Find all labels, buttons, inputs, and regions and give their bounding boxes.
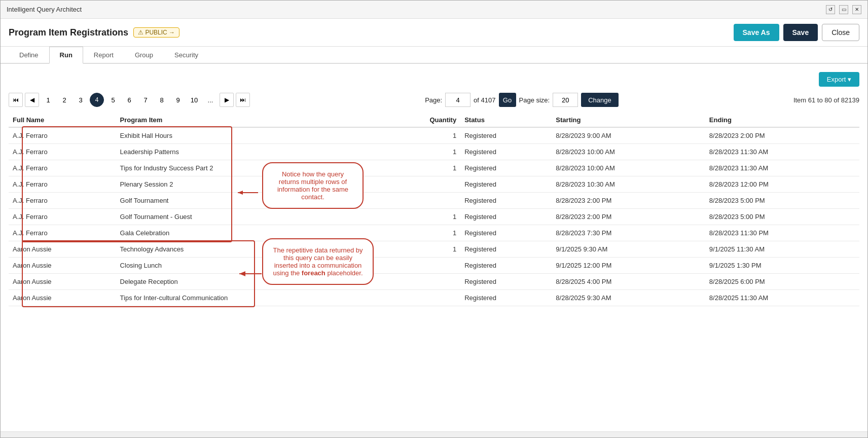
horizontal-scrollbar[interactable] (1, 431, 867, 437)
cell-status: Registered (460, 127, 552, 144)
cell-name: Aaron Aussie (9, 241, 116, 258)
page-6-button[interactable]: 6 (122, 93, 136, 107)
cell-ending: 8/28/2025 11:30 AM (705, 290, 859, 306)
change-button[interactable]: Change (581, 93, 619, 107)
table-row: A.J. Ferraro Golf Tournament - Guest 1 R… (9, 209, 859, 225)
page-10-button[interactable]: 10 (187, 93, 201, 107)
cell-quantity: 1 (381, 241, 460, 258)
cell-name: A.J. Ferraro (9, 225, 116, 241)
cell-status: Registered (460, 176, 552, 193)
cell-starting: 8/28/2023 9:00 AM (552, 127, 705, 144)
item-range: Item 61 to 80 of 82139 (793, 96, 859, 104)
next-page-button[interactable]: ▶ (220, 93, 234, 107)
cell-name: Aaron Aussie (9, 274, 116, 290)
toolbar-row: Export ▾ (9, 72, 859, 87)
cell-starting: 8/28/2025 9:30 AM (552, 290, 705, 306)
public-badge[interactable]: ⚠ PUBLIC → (133, 27, 179, 38)
table-row: A.J. Ferraro Leadership Patterns 1 Regis… (9, 144, 859, 160)
table-row: A.J. Ferraro Golf Tournament Registered … (9, 193, 859, 209)
page-7-button[interactable]: 7 (138, 93, 153, 107)
cell-status: Registered (460, 225, 552, 241)
col-status: Status (460, 113, 552, 127)
header-bar: Program Item Registrations ⚠ PUBLIC → Sa… (1, 19, 867, 47)
tab-group[interactable]: Group (124, 47, 164, 63)
cell-ending: 9/1/2025 11:30 AM (705, 241, 859, 258)
pagination-left: ⏮ ◀ 1 2 3 4 5 6 7 8 9 10 ... ▶ ⏭ (9, 93, 250, 107)
page-size-input[interactable] (553, 93, 578, 107)
pagination-row: ⏮ ◀ 1 2 3 4 5 6 7 8 9 10 ... ▶ ⏭ Page: o… (9, 93, 859, 107)
cell-name: A.J. Ferraro (9, 193, 116, 209)
page-1-button[interactable]: 1 (41, 93, 55, 107)
cell-starting: 8/28/2023 10:00 AM (552, 144, 705, 160)
cell-starting: 8/28/2023 10:30 AM (552, 176, 705, 193)
cell-starting: 9/1/2025 9:30 AM (552, 241, 705, 258)
restore-icon[interactable]: ↺ (826, 5, 835, 14)
header-left: Program Item Registrations ⚠ PUBLIC → (9, 27, 179, 38)
tab-run[interactable]: Run (49, 47, 83, 64)
pagination-center: Page: of 4107 Go Page size: Change (425, 93, 619, 107)
cell-starting: 8/28/2023 7:30 PM (552, 225, 705, 241)
cell-program-item: Leadership Patterns (116, 144, 381, 160)
cell-name: A.J. Ferraro (9, 176, 116, 193)
save-button[interactable]: Save (783, 24, 818, 41)
cell-status: Registered (460, 274, 552, 290)
page-ellipsis: ... (203, 93, 218, 107)
tab-security[interactable]: Security (164, 47, 209, 63)
maximize-icon[interactable]: ▭ (839, 5, 848, 14)
go-button[interactable]: Go (499, 93, 516, 107)
page-9-button[interactable]: 9 (171, 93, 185, 107)
page-4-button[interactable]: 4 (90, 93, 104, 107)
main-content: Export ▾ ⏮ ◀ 1 2 3 4 5 6 7 8 9 10 ... ▶ … (1, 64, 867, 431)
cell-program-item: Exhibit Hall Hours (116, 127, 381, 144)
cell-status: Registered (460, 160, 552, 176)
cell-quantity (381, 193, 460, 209)
cell-ending: 8/28/2025 6:00 PM (705, 274, 859, 290)
cell-name: A.J. Ferraro (9, 127, 116, 144)
page-number-input[interactable] (445, 93, 471, 107)
cell-ending: 8/28/2023 11:30 AM (705, 144, 859, 160)
page-3-button[interactable]: 3 (74, 93, 88, 107)
cell-program-item: Tips for Industry Success Part 2 (116, 160, 381, 176)
page-title: Program Item Registrations (9, 27, 128, 38)
table-row: Aaron Aussie Closing Lunch Registered 9/… (9, 258, 859, 274)
page-8-button[interactable]: 8 (155, 93, 169, 107)
cell-program-item: Gala Celebration (116, 225, 381, 241)
cell-program-item: Tips for Inter-cultural Communication (116, 290, 381, 306)
table-row: Aaron Aussie Delegate Reception Register… (9, 274, 859, 290)
page-2-button[interactable]: 2 (57, 93, 71, 107)
table-row: Aaron Aussie Technology Advances 1 Regis… (9, 241, 859, 258)
col-full-name: Full Name (9, 113, 116, 127)
cell-starting: 9/1/2025 12:00 PM (552, 258, 705, 274)
last-page-button[interactable]: ⏭ (236, 93, 250, 107)
cell-name: A.J. Ferraro (9, 160, 116, 176)
page-label: Page: (425, 96, 442, 104)
prev-page-button[interactable]: ◀ (25, 93, 39, 107)
close-window-icon[interactable]: ✕ (852, 5, 861, 14)
save-as-button[interactable]: Save As (734, 24, 779, 41)
app-title: Intelligent Query Architect (7, 6, 82, 13)
tab-define[interactable]: Define (9, 47, 49, 63)
cell-starting: 8/28/2023 10:00 AM (552, 160, 705, 176)
first-page-button[interactable]: ⏮ (9, 93, 23, 107)
data-table-wrapper: Full Name Program Item Quantity Status S… (9, 113, 859, 306)
tab-bar: Define Run Report Group Security (1, 47, 867, 64)
cell-status: Registered (460, 209, 552, 225)
cell-quantity: 1 (381, 225, 460, 241)
cell-program-item: Delegate Reception (116, 274, 381, 290)
close-button[interactable]: Close (822, 24, 859, 41)
cell-program-item: Golf Tournament (116, 193, 381, 209)
cell-starting: 8/28/2023 2:00 PM (552, 193, 705, 209)
cell-quantity: 1 (381, 160, 460, 176)
tab-report[interactable]: Report (83, 47, 124, 63)
cell-quantity (381, 290, 460, 306)
export-button[interactable]: Export ▾ (819, 72, 859, 87)
cell-program-item: Technology Advances (116, 241, 381, 258)
cell-ending: 8/28/2023 5:00 PM (705, 193, 859, 209)
cell-name: Aaron Aussie (9, 258, 116, 274)
cell-status: Registered (460, 144, 552, 160)
page-5-button[interactable]: 5 (106, 93, 120, 107)
cell-ending: 8/28/2023 5:00 PM (705, 209, 859, 225)
cell-ending: 8/28/2023 11:30 PM (705, 225, 859, 241)
cell-name: A.J. Ferraro (9, 144, 116, 160)
titlebar: Intelligent Query Architect ↺ ▭ ✕ (1, 1, 867, 19)
